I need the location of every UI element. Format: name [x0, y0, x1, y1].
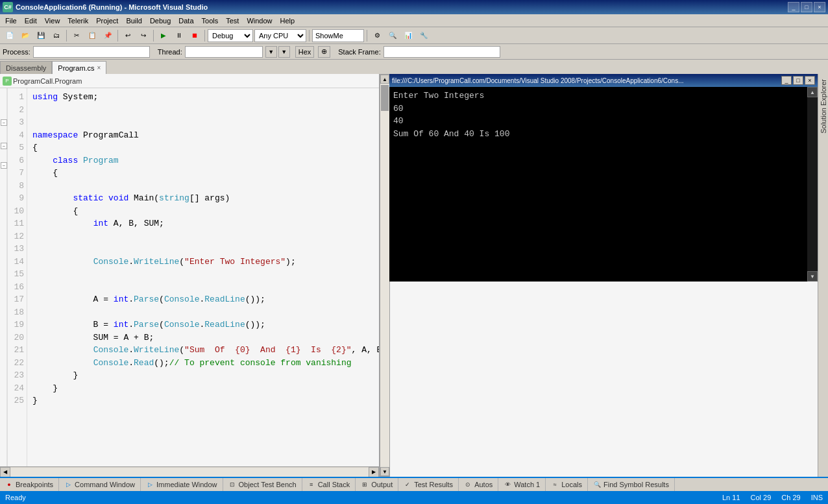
tb-stop[interactable]: ⏹	[188, 29, 202, 42]
output-icon: ⊞	[361, 481, 369, 488]
horizontal-scrollbar[interactable]: ◀ ▶	[0, 466, 379, 477]
tab-breakpoints[interactable]: ● Breakpoints	[0, 477, 59, 491]
tb-paste[interactable]: 📌	[101, 29, 115, 42]
tb-misc1[interactable]: ⚙	[370, 29, 384, 42]
tab-disassembly[interactable]: Disassembly	[0, 61, 52, 74]
menu-build[interactable]: Build	[122, 16, 145, 26]
filter-icon-2[interactable]: ▼	[278, 46, 290, 58]
restore-button[interactable]: □	[801, 2, 812, 12]
tab-object-test-bench[interactable]: ⊡ Object Test Bench	[223, 477, 302, 491]
sep-4	[204, 30, 205, 42]
scroll-track-v[interactable]	[380, 84, 389, 467]
status-line: Ln 11	[722, 494, 740, 501]
solution-explorer-label[interactable]: Solution Explorer	[820, 79, 827, 134]
tab-program-cs[interactable]: Program.cs ×	[52, 61, 106, 74]
process-input[interactable]	[33, 46, 150, 58]
menu-file[interactable]: File	[1, 16, 21, 26]
close-tab-icon[interactable]: ×	[97, 64, 101, 71]
tab-locals[interactable]: ≈ Locals	[546, 477, 588, 491]
process-label: Process:	[3, 48, 30, 56]
scroll-down-btn[interactable]: ▼	[380, 467, 389, 476]
hex-btn2[interactable]: ⊕	[318, 46, 330, 58]
tb-start[interactable]: ▶	[156, 29, 171, 42]
sep-2	[117, 30, 118, 42]
bottom-tabs: ● Breakpoints ▷ Command Window ▷ Immedia…	[0, 477, 828, 491]
breakpoints-icon: ●	[5, 481, 13, 488]
tb-misc3[interactable]: 📊	[401, 29, 415, 42]
console-line-3: 40	[393, 115, 814, 128]
menu-tools[interactable]: Tools	[198, 16, 223, 26]
doc-tab-bar: Disassembly Program.cs ×	[0, 60, 828, 74]
sep-1	[66, 30, 67, 42]
watch-icon: 👁	[504, 481, 511, 488]
collapse-namespace[interactable]: −	[1, 119, 7, 126]
tb-misc2[interactable]: 🔍	[385, 29, 400, 42]
vs-scrollbar[interactable]: ▲ ▼	[380, 74, 390, 477]
console-scroll-down[interactable]: ▼	[807, 271, 818, 282]
code-editor[interactable]: − − − 1 2 3 4 5 6 7 8 9 10 11 12 13 14 1…	[0, 88, 379, 466]
tb-save[interactable]: 💾	[34, 29, 48, 42]
tb-cut[interactable]: ✂	[69, 29, 84, 42]
console-close[interactable]: ×	[805, 76, 815, 85]
menu-view[interactable]: View	[41, 16, 64, 26]
scroll-up-btn[interactable]: ▲	[380, 75, 389, 84]
tab-watch-1[interactable]: 👁 Watch 1	[498, 477, 546, 491]
console-scroll-track[interactable]	[807, 97, 818, 271]
tab-autos[interactable]: ⊙ Autos	[459, 477, 498, 491]
test-results-icon: ✓	[404, 481, 411, 488]
console-restore[interactable]: □	[793, 76, 803, 85]
tb-undo[interactable]: ↩	[121, 29, 135, 42]
menu-debug[interactable]: Debug	[146, 16, 175, 26]
menu-telerik[interactable]: Telerik	[64, 16, 92, 26]
thread-input[interactable]	[185, 46, 263, 58]
stack-frame-input[interactable]	[384, 46, 500, 58]
tab-call-stack[interactable]: ≡ Call Stack	[302, 477, 356, 491]
showme-input[interactable]	[312, 29, 364, 42]
code-vertical-scrollbar[interactable]: ▲ ▼	[379, 74, 389, 477]
tb-copy[interactable]: 📋	[85, 29, 99, 42]
tb-misc4[interactable]: 🔧	[417, 29, 431, 42]
menu-data[interactable]: Data	[175, 16, 197, 26]
console-scrollbar[interactable]: ▲ ▼	[807, 87, 818, 282]
code-panel: P ProgramCall.Program − − − 1 2 3 4 5 6 …	[0, 74, 379, 477]
app-icon: C#	[3, 2, 13, 12]
tab-find-symbol-results[interactable]: 🔍 Find Symbol Results	[588, 477, 675, 491]
console-output: Enter Two Integers 60 40 Sum Of 60 And 4…	[389, 87, 818, 282]
console-scroll-up[interactable]: ▲	[807, 87, 818, 97]
scroll-right-btn[interactable]: ▶	[369, 467, 379, 477]
debug-mode-dropdown[interactable]: Debug	[208, 29, 253, 42]
tb-pause[interactable]: ⏸	[172, 29, 186, 42]
status-right: Ln 11 Col 29 Ch 29 INS	[722, 494, 823, 501]
scroll-track[interactable]	[10, 468, 369, 477]
tb-redo[interactable]: ↪	[136, 29, 151, 42]
breadcrumb: P ProgramCall.Program	[0, 74, 379, 88]
scroll-thumb	[381, 85, 389, 111]
collapse-method[interactable]: −	[1, 162, 7, 169]
tb-new[interactable]: 📄	[3, 29, 17, 42]
menu-test[interactable]: Test	[222, 16, 243, 26]
collapse-class[interactable]: −	[1, 143, 7, 149]
close-button[interactable]: ×	[814, 2, 825, 12]
minimize-button[interactable]: _	[788, 2, 799, 12]
menu-edit[interactable]: Edit	[21, 16, 41, 26]
scroll-left-btn[interactable]: ◀	[0, 467, 10, 477]
process-bar: Process: Thread: ▼ ▼ Hex ⊕ Stack Frame:	[0, 44, 828, 60]
tab-immediate-window[interactable]: ▷ Immediate Window	[141, 477, 223, 491]
tab-output[interactable]: ⊞ Output	[356, 477, 398, 491]
filter-icons: ▼ ▼	[265, 46, 290, 58]
filter-icon-1[interactable]: ▼	[265, 46, 277, 58]
tb-saveall[interactable]: 🗂	[49, 29, 64, 42]
console-panel: file:///C:/Users/ProgramCall.com/Documen…	[389, 74, 818, 477]
tb-open[interactable]: 📂	[18, 29, 32, 42]
menu-project[interactable]: Project	[92, 16, 122, 26]
menu-window[interactable]: Window	[243, 16, 276, 26]
hex-button[interactable]: Hex	[295, 46, 315, 58]
menu-help[interactable]: Help	[276, 16, 299, 26]
namespace-icon: P	[3, 77, 12, 86]
tab-test-results[interactable]: ✓ Test Results	[398, 477, 459, 491]
console-minimize[interactable]: _	[781, 76, 792, 85]
platform-dropdown[interactable]: Any CPU	[254, 29, 306, 42]
solution-explorer[interactable]: Solution Explorer	[818, 74, 828, 477]
tab-command-window[interactable]: ▷ Command Window	[59, 477, 141, 491]
code-content[interactable]: using System; namespace ProgramCall { cl…	[27, 88, 379, 466]
